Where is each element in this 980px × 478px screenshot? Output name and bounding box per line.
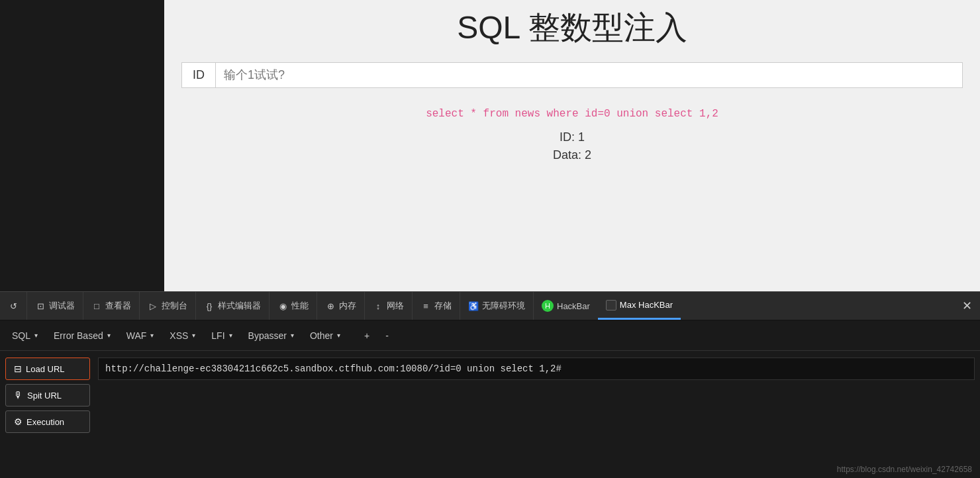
max-hackbar-icon — [606, 300, 616, 311]
hackbar-bottom-area: ⊟ Load URL 🎙 Spit URL ⚙ Execution https:… — [0, 351, 980, 478]
devtools-tab-network[interactable]: ↕ 网络 — [365, 292, 413, 320]
sql-menu-button[interactable]: SQL ▾ — [5, 326, 44, 345]
other-label: Other — [310, 330, 333, 341]
sql-chevron-icon: ▾ — [34, 332, 38, 339]
error-based-menu-button[interactable]: Error Based ▾ — [47, 326, 117, 345]
devtools-bar: ↺ ⊡ 调试器 □ 查看器 ▷ 控制台 {} 样式编辑器 ◉ 性能 ⊕ 内存 ↕… — [0, 291, 980, 320]
id-input[interactable] — [216, 63, 962, 87]
rotate-icon: ↺ — [8, 301, 19, 311]
load-url-button[interactable]: ⊟ Load URL — [5, 358, 90, 380]
sql-query: select * from news where id=0 union sele… — [426, 108, 718, 120]
inspector-label: 调试器 — [49, 300, 75, 312]
xss-chevron-icon: ▾ — [192, 332, 195, 339]
spit-url-label: Spit URL — [27, 391, 62, 401]
devtools-tab-style[interactable]: {} 样式编辑器 — [196, 292, 270, 320]
execution-icon: ⚙ — [14, 416, 23, 427]
hackbar-label: HackBar — [557, 301, 590, 311]
style-label: 样式编辑器 — [218, 300, 261, 312]
minus-label: - — [385, 330, 389, 341]
devtools-tab-inspector[interactable]: ⊡ 调试器 — [27, 292, 83, 320]
plus-button[interactable]: + — [358, 326, 376, 345]
xss-label: XSS — [170, 330, 188, 341]
lfi-menu-button[interactable]: LFI ▾ — [205, 326, 238, 345]
lfi-chevron-icon: ▾ — [229, 332, 232, 339]
spit-url-button[interactable]: 🎙 Spit URL — [5, 384, 90, 406]
devtools-tab-console[interactable]: ▷ 控制台 — [140, 292, 196, 320]
other-chevron-icon: ▾ — [337, 332, 340, 339]
viewer-icon: □ — [91, 301, 102, 311]
devtools-tab-storage[interactable]: ≡ 存储 — [413, 292, 460, 320]
perf-icon: ◉ — [277, 301, 288, 311]
hackbar-action-buttons: ⊟ Load URL 🎙 Spit URL ⚙ Execution — [5, 358, 91, 433]
devtools-tab-memory[interactable]: ⊕ 内存 — [317, 292, 365, 320]
memory-icon: ⊕ — [325, 301, 336, 311]
execution-button[interactable]: ⚙ Execution — [5, 410, 90, 433]
devtools-tab-max-hackbar[interactable]: Max HacKBar — [598, 292, 681, 320]
devtools-tab-perf[interactable]: ◉ 性能 — [270, 292, 317, 320]
id-form: ID — [181, 62, 963, 88]
minus-button[interactable]: - — [379, 326, 395, 345]
lfi-label: LFI — [211, 330, 224, 341]
error-based-label: Error Based — [54, 330, 103, 341]
devtools-tab-accessibility[interactable]: ♿ 无障碍环境 — [460, 292, 534, 320]
xss-menu-button[interactable]: XSS ▾ — [163, 326, 202, 345]
console-icon: ▷ — [148, 301, 158, 311]
query-display: select * from news where id=0 union sele… — [426, 108, 718, 166]
inspector-icon: ⊡ — [35, 301, 46, 311]
perf-label: 性能 — [291, 300, 309, 312]
devtools-tab-debugger[interactable]: ↺ — [0, 292, 27, 320]
hackbar-inputs: ⊟ Load URL 🎙 Spit URL ⚙ Execution — [0, 351, 980, 450]
credit-text: https://blog.csdn.net/weixin_42742658 — [837, 465, 972, 474]
viewer-label: 查看器 — [105, 300, 131, 312]
accessibility-label: 无障碍环境 — [482, 300, 525, 312]
devtools-close-button[interactable]: ✕ — [954, 292, 980, 320]
waf-menu-button[interactable]: WAF ▾ — [120, 326, 161, 345]
error-based-chevron-icon: ▾ — [107, 332, 111, 339]
plus-label: + — [364, 330, 369, 341]
waf-chevron-icon: ▾ — [150, 332, 154, 339]
bypasser-menu-button[interactable]: Bypasser ▾ — [242, 326, 301, 345]
network-icon: ↕ — [373, 301, 383, 311]
network-label: 网络 — [387, 300, 404, 312]
bypasser-chevron-icon: ▾ — [291, 332, 294, 339]
storage-icon: ≡ — [420, 301, 431, 311]
max-hackbar-label: Max HacKBar — [620, 300, 673, 310]
console-label: 控制台 — [162, 300, 187, 312]
other-menu-button[interactable]: Other ▾ — [303, 326, 347, 345]
page-title: SQL 整数型注入 — [457, 7, 687, 49]
url-input[interactable] — [98, 358, 975, 380]
spit-url-icon: 🎙 — [14, 390, 23, 401]
bypasser-label: Bypasser — [248, 330, 287, 341]
load-url-icon: ⊟ — [14, 363, 22, 374]
load-url-label: Load URL — [26, 364, 65, 374]
memory-label: 内存 — [339, 300, 356, 312]
accessibility-icon: ♿ — [468, 301, 479, 311]
result-data: Data: 2 — [426, 148, 718, 162]
storage-label: 存储 — [434, 300, 452, 312]
hackbar-logo-icon: H — [542, 300, 554, 312]
devtools-tab-hackbar[interactable]: H HackBar — [534, 292, 598, 320]
style-icon: {} — [204, 301, 215, 311]
waf-label: WAF — [126, 330, 147, 341]
id-label: ID — [182, 63, 216, 87]
hackbar-toolbar: SQL ▾ Error Based ▾ WAF ▾ XSS ▾ LFI ▾ By… — [0, 320, 980, 351]
execution-label: Execution — [26, 417, 64, 427]
sql-label: SQL — [12, 330, 30, 341]
devtools-tab-viewer[interactable]: □ 查看器 — [83, 292, 140, 320]
url-container — [98, 358, 975, 380]
result-id: ID: 1 — [426, 130, 718, 144]
